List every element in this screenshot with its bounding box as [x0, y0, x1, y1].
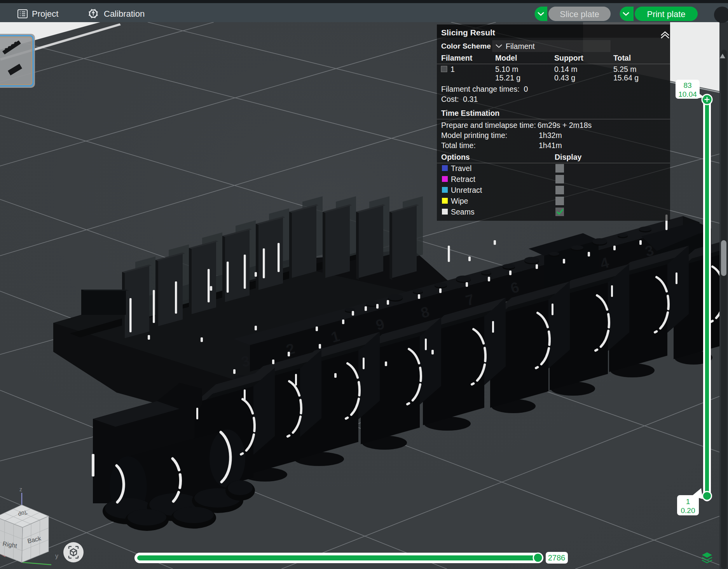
svg-text:Slicing Result: Slicing Result	[441, 28, 495, 37]
svg-text:Total: Total	[613, 54, 631, 62]
svg-text:Print plate: Print plate	[647, 9, 685, 19]
svg-text:0.20: 0.20	[681, 506, 695, 515]
svg-text:Slice plate: Slice plate	[560, 9, 599, 19]
svg-text:Options: Options	[441, 153, 470, 161]
svg-text:Wipe: Wipe	[451, 197, 468, 205]
svg-text:Total time:: Total time:	[441, 141, 476, 150]
svg-text:Filament: Filament	[441, 54, 473, 62]
svg-text:1h32m: 1h32m	[539, 131, 562, 140]
svg-text:y: y	[55, 553, 58, 559]
svg-text:Model printing time:: Model printing time:	[441, 131, 507, 140]
svg-text:Model: Model	[495, 54, 517, 62]
svg-text:Unretract: Unretract	[451, 186, 482, 194]
svg-text:Filament change times: 0: Filament change times: 0	[441, 85, 528, 93]
svg-text:6m29s + 2m18s: 6m29s + 2m18s	[538, 121, 592, 129]
svg-text:1: 1	[686, 497, 690, 506]
svg-text:2786: 2786	[548, 553, 566, 562]
svg-text:Filament: Filament	[506, 42, 535, 51]
svg-text:z: z	[19, 486, 22, 492]
svg-text:Seams: Seams	[451, 208, 475, 216]
svg-text:Project: Project	[32, 9, 58, 19]
svg-text:Prepare and timelapse time:: Prepare and timelapse time:	[441, 121, 536, 129]
svg-text:0.43 g: 0.43 g	[554, 73, 575, 82]
svg-text:Time Estimation: Time Estimation	[441, 109, 499, 117]
svg-text:1: 1	[450, 65, 455, 73]
svg-text:0.14 m: 0.14 m	[554, 65, 578, 73]
svg-text:Travel: Travel	[451, 164, 471, 173]
svg-text:Color Scheme: Color Scheme	[441, 42, 491, 50]
svg-text:5.25 m: 5.25 m	[613, 65, 637, 73]
svg-text:10.04: 10.04	[678, 90, 697, 98]
svg-text:1h41m: 1h41m	[539, 141, 562, 150]
svg-text:83: 83	[683, 81, 691, 89]
svg-text:Support: Support	[554, 54, 583, 62]
svg-text:15.64 g: 15.64 g	[613, 73, 639, 82]
svg-text:Retract: Retract	[451, 175, 475, 183]
svg-text:5.10 m: 5.10 m	[495, 65, 519, 73]
svg-text:Calibration: Calibration	[104, 9, 145, 19]
svg-text:15.21 g: 15.21 g	[495, 73, 520, 82]
svg-text:Cost: 0.31: Cost: 0.31	[441, 95, 478, 103]
svg-text:Display: Display	[555, 153, 582, 161]
